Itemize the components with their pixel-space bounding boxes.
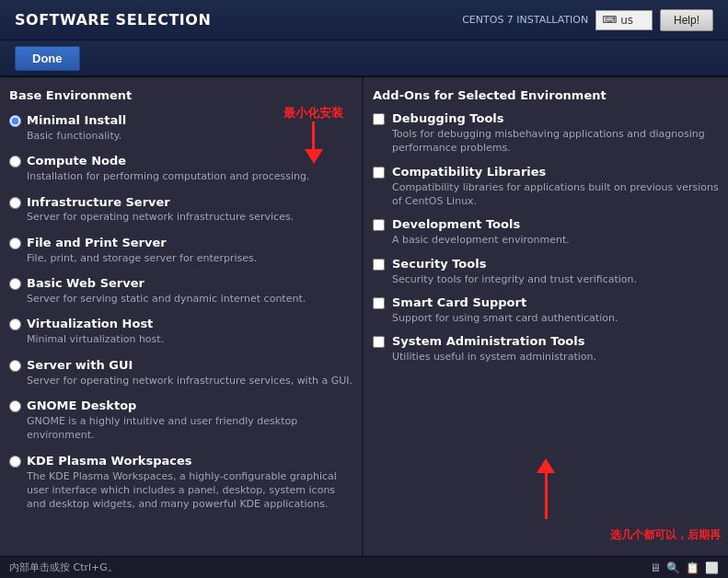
addon-desc-security: Security tools for integrity and trust v… [392,272,637,286]
env-text-virtualization: Virtualization HostMinimal virtualizatio… [27,317,164,346]
env-name-kde: KDE Plasma Workspaces [27,454,352,469]
addon-name-security: Security Tools [392,257,637,272]
base-environment-title: Base Environment [9,88,352,102]
toolbar: Done [0,40,728,77]
checkbox-development[interactable] [373,219,385,231]
addon-list: Debugging ToolsTools for debugging misbe… [373,111,719,364]
env-item-kde[interactable]: KDE Plasma WorkspacesThe KDE Plasma Work… [9,452,352,514]
env-name-fileprint: File and Print Server [27,236,257,251]
help-button[interactable]: Help! [660,9,713,31]
addon-name-development: Development Tools [392,217,570,233]
addon-text-sysadmin: System Administration ToolsUtilities use… [392,334,596,364]
addon-desc-compatibility: Compatibility libraries for applications… [392,180,719,209]
env-text-gnome: GNOME DesktopGNOME is a highly intuitive… [27,399,352,443]
env-text-minimal: Minimal InstallBasic functionality. [27,113,126,143]
env-text-infrastructure: Infrastructure ServerServer for operatin… [27,195,294,225]
env-item-gnome[interactable]: GNOME DesktopGNOME is a highly intuitive… [9,397,352,445]
checkbox-debugging[interactable] [373,113,385,125]
addon-desc-debugging: Tools for debugging misbehaving applicat… [392,127,719,156]
checkbox-compatibility[interactable] [373,167,385,179]
language-selector[interactable]: ⌨ us [595,10,653,30]
env-name-infrastructure: Infrastructure Server [27,195,294,211]
env-desc-fileprint: File, print, and storage server for ente… [27,251,257,265]
main-content: Base Environment 最小化安装 Minimal InstallBa… [0,77,728,556]
addon-text-smartcard: Smart Card SupportSupport for using smar… [392,295,618,325]
env-desc-servergui: Server for operating network infrastruct… [27,374,352,387]
env-desc-minimal: Basic functionality. [27,129,126,143]
env-name-minimal: Minimal Install [27,113,126,129]
addon-desc-development: A basic development environment. [392,233,570,247]
addon-name-debugging: Debugging Tools [392,111,719,127]
radio-minimal[interactable] [9,115,21,127]
arrow-line [312,121,315,149]
environment-list: Minimal InstallBasic functionality.Compu… [9,111,352,514]
env-text-servergui: Server with GUIServer for operating netw… [27,358,352,387]
env-item-basicweb[interactable]: Basic Web ServerServer for serving stati… [9,274,352,307]
env-desc-kde: The KDE Plasma Workspaces, a highly-conf… [27,469,352,512]
right-panel: Add-Ons for Selected Environment Debuggi… [364,77,728,556]
env-text-kde: KDE Plasma WorkspacesThe KDE Plasma Work… [27,454,352,512]
addon-name-compatibility: Compatibility Libraries [392,165,719,180]
env-desc-virtualization: Minimal virtualization host. [27,332,164,346]
page-title: SOFTWARE SELECTION [15,11,211,29]
status-bar: 内部单击或按 Ctrl+G。 🖥 🔍 📋 ⬜ [0,556,728,578]
env-text-compute: Compute NodeInstallation for performing … [27,154,310,183]
status-text: 内部单击或按 Ctrl+G。 [9,561,118,574]
addon-text-security: Security ToolsSecurity tools for integri… [392,257,637,286]
annotation-addons [537,458,555,519]
env-desc-gnome: GNOME is a highly intuitive and user fri… [27,414,352,443]
env-desc-compute: Installation for performing computation … [27,169,310,183]
clipboard-icon: 📋 [686,561,699,574]
addon-item-development[interactable]: Development ToolsA basic development env… [373,217,719,247]
radio-servergui[interactable] [9,360,21,372]
arrow-up-head [537,458,555,473]
arrow-head [305,149,323,164]
addon-desc-sysadmin: Utilities useful in system administratio… [392,350,596,364]
env-name-servergui: Server with GUI [27,358,352,374]
addon-item-sysadmin[interactable]: System Administration ToolsUtilities use… [373,334,719,364]
done-button[interactable]: Done [15,46,80,71]
left-panel: Base Environment 最小化安装 Minimal InstallBa… [0,77,364,556]
checkbox-sysadmin[interactable] [373,336,385,348]
env-item-virtualization[interactable]: Virtualization HostMinimal virtualizatio… [9,315,352,348]
radio-virtualization[interactable] [9,318,21,330]
header: SOFTWARE SELECTION CENTOS 7 INSTALLATION… [0,0,728,40]
addon-item-debugging[interactable]: Debugging ToolsTools for debugging misbe… [373,111,719,156]
arrow-up-line [545,473,548,519]
radio-compute[interactable] [9,156,21,168]
env-text-basicweb: Basic Web ServerServer for serving stati… [27,276,306,306]
radio-gnome[interactable] [9,400,21,412]
annotation-minimal: 最小化安装 [283,105,343,164]
lang-value: us [620,14,633,27]
centos-label: CENTOS 7 INSTALLATION [462,14,588,26]
env-item-fileprint[interactable]: File and Print ServerFile, print, and st… [9,234,352,267]
addon-text-debugging: Debugging ToolsTools for debugging misbe… [392,111,719,156]
status-icons: 🖥 🔍 📋 ⬜ [650,561,719,574]
env-item-infrastructure[interactable]: Infrastructure ServerServer for operatin… [9,193,352,226]
env-name-basicweb: Basic Web Server [27,276,306,292]
addon-item-smartcard[interactable]: Smart Card SupportSupport for using smar… [373,295,719,325]
addon-text-compatibility: Compatibility LibrariesCompatibility lib… [392,165,719,209]
addon-item-security[interactable]: Security ToolsSecurity tools for integri… [373,257,719,286]
radio-basicweb[interactable] [9,278,21,290]
addon-text-development: Development ToolsA basic development env… [392,217,570,247]
checkbox-smartcard[interactable] [373,297,385,309]
addon-name-sysadmin: System Administration Tools [392,334,596,350]
radio-fileprint[interactable] [9,237,21,249]
env-desc-infrastructure: Server for operating network infrastruct… [27,210,294,224]
annotation-bottom-text: 选几个都可以，后期再 [610,527,721,543]
keyboard-icon: ⌨ [602,14,617,26]
env-name-compute: Compute Node [27,154,310,169]
search-icon: 🔍 [666,561,680,574]
checkbox-security[interactable] [373,259,385,271]
addons-title: Add-Ons for Selected Environment [373,88,719,102]
addon-desc-smartcard: Support for using smart card authenticat… [392,311,618,325]
env-text-fileprint: File and Print ServerFile, print, and st… [27,236,257,265]
addon-name-smartcard: Smart Card Support [392,295,618,311]
env-item-servergui[interactable]: Server with GUIServer for operating netw… [9,356,352,389]
radio-kde[interactable] [9,456,21,468]
radio-infrastructure[interactable] [9,197,21,209]
square-icon: ⬜ [705,561,719,574]
monitor-icon: 🖥 [650,561,661,574]
addon-item-compatibility[interactable]: Compatibility LibrariesCompatibility lib… [373,165,719,209]
